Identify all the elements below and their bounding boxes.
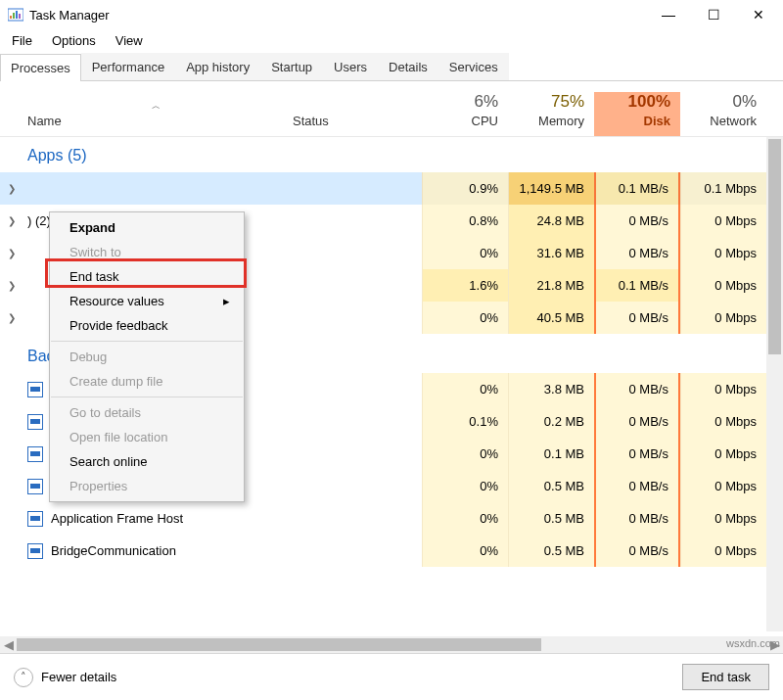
- header-name[interactable]: Name: [27, 114, 285, 136]
- app-icon: [27, 446, 43, 462]
- context-menu-item[interactable]: Expand: [50, 215, 244, 240]
- cell-cpu: 0.9%: [422, 172, 508, 205]
- cell-disk: 0 MB/s: [594, 205, 680, 237]
- header-network[interactable]: 0% Network: [680, 92, 766, 136]
- expand-chevron-icon[interactable]: ❯: [0, 183, 23, 194]
- scrollbar-thumb[interactable]: [768, 139, 781, 354]
- svg-rect-4: [19, 14, 21, 19]
- cell-disk: 0 MB/s: [594, 470, 680, 502]
- cell-disk: 0 MB/s: [594, 302, 680, 334]
- cell-cpu: 0%: [422, 237, 508, 269]
- cell-disk: 0 MB/s: [594, 535, 680, 567]
- context-menu-item: Properties: [50, 474, 244, 498]
- context-menu-separator: [51, 341, 243, 342]
- cell-cpu: 0%: [422, 438, 508, 470]
- cell-network: 0 Mbps: [680, 205, 766, 237]
- context-menu-item: Switch to: [50, 240, 244, 264]
- cell-cpu: 0.8%: [422, 205, 508, 237]
- cell-memory: 40.5 MB: [508, 302, 594, 334]
- expand-chevron-icon[interactable]: ❯: [0, 248, 23, 258]
- tab-users[interactable]: Users: [323, 53, 378, 80]
- cell-cpu: 1.6%: [422, 269, 508, 302]
- cell-disk: 0 MB/s: [594, 373, 680, 405]
- context-menu-item[interactable]: Resource values▸: [50, 289, 244, 313]
- cell-memory: 1,149.5 MB: [508, 172, 594, 205]
- cell-disk: 0 MB/s: [594, 405, 680, 438]
- table-row[interactable]: Application Frame Host0%0.5 MB0 MB/s0 Mb…: [0, 502, 783, 535]
- cell-network: 0.1 Mbps: [680, 172, 766, 205]
- cell-memory: 3.8 MB: [508, 373, 594, 405]
- tab-details[interactable]: Details: [378, 53, 438, 80]
- cell-disk: 0.1 MB/s: [594, 269, 680, 302]
- cell-memory: 0.1 MB: [508, 438, 594, 470]
- tab-app-history[interactable]: App history: [175, 53, 260, 80]
- svg-rect-1: [10, 16, 12, 19]
- tab-processes[interactable]: Processes: [0, 54, 81, 81]
- cell-network: 0 Mbps: [680, 405, 766, 438]
- context-menu-item: Go to details: [50, 400, 244, 425]
- end-task-button[interactable]: End task: [682, 664, 769, 690]
- context-menu-item[interactable]: Search online: [50, 449, 244, 474]
- cell-memory: 0.5 MB: [508, 535, 594, 567]
- app-icon: [27, 414, 43, 430]
- cell-cpu: 0%: [422, 470, 508, 502]
- cell-network: 0 Mbps: [680, 373, 766, 405]
- app-icon: [27, 511, 43, 527]
- app-icon: [27, 479, 43, 494]
- tab-services[interactable]: Services: [438, 53, 509, 80]
- context-menu-item: Debug: [50, 345, 244, 369]
- table-row[interactable]: BridgeCommunication0%0.5 MB0 MB/s0 Mbps: [0, 535, 783, 567]
- cell-memory: 0.2 MB: [508, 405, 594, 438]
- minimize-button[interactable]: —: [646, 0, 691, 29]
- vertical-scrollbar[interactable]: [766, 137, 783, 631]
- header-status[interactable]: Status: [293, 114, 422, 136]
- chevron-up-icon: ˄: [14, 668, 33, 687]
- header-disk[interactable]: 100% Disk: [594, 92, 680, 136]
- tab-startup[interactable]: Startup: [260, 53, 323, 80]
- close-button[interactable]: ✕: [736, 0, 781, 29]
- cell-disk: 0 MB/s: [594, 237, 680, 269]
- column-headers: ︿ Name Status 6% CPU 75% Memory 100% Dis…: [0, 82, 783, 137]
- cell-memory: 0.5 MB: [508, 470, 594, 502]
- cell-memory: 24.8 MB: [508, 205, 594, 237]
- cell-cpu: 0.1%: [422, 405, 508, 438]
- cell-network: 0 Mbps: [680, 438, 766, 470]
- header-cpu[interactable]: 6% CPU: [422, 92, 508, 136]
- expand-chevron-icon[interactable]: ❯: [0, 215, 23, 226]
- menu-view[interactable]: View: [108, 31, 151, 50]
- tab-performance[interactable]: Performance: [81, 53, 175, 80]
- header-memory[interactable]: 75% Memory: [508, 92, 594, 136]
- context-menu-separator: [51, 397, 243, 397]
- context-menu: ExpandSwitch toEnd taskResource values▸P…: [49, 211, 245, 502]
- context-menu-item: Create dump file: [50, 369, 244, 394]
- maximize-button[interactable]: ☐: [691, 0, 736, 29]
- h-scrollbar-thumb[interactable]: [17, 638, 541, 651]
- horizontal-scrollbar[interactable]: ◀ ▶: [0, 636, 783, 653]
- tab-bar: Processes Performance App history Startu…: [0, 53, 783, 81]
- footer-bar: ˄ Fewer details End task: [0, 653, 783, 700]
- menu-options[interactable]: Options: [44, 31, 104, 50]
- cell-memory: 21.8 MB: [508, 269, 594, 302]
- group-apps[interactable]: Apps (5): [0, 137, 783, 172]
- cell-network: 0 Mbps: [680, 237, 766, 269]
- scroll-left-icon[interactable]: ◀: [0, 636, 17, 653]
- expand-chevron-icon[interactable]: ❯: [0, 312, 23, 323]
- app-icon: [27, 543, 43, 559]
- cell-cpu: 0%: [422, 373, 508, 405]
- cell-disk: 0 MB/s: [594, 438, 680, 470]
- window-title: Task Manager: [29, 8, 110, 23]
- table-row[interactable]: ❯0.9%1,149.5 MB0.1 MB/s0.1 Mbps: [0, 172, 783, 205]
- cell-network: 0 Mbps: [680, 502, 766, 535]
- cell-cpu: 0%: [422, 535, 508, 567]
- expand-chevron-icon[interactable]: ❯: [0, 280, 23, 291]
- cell-memory: 0.5 MB: [508, 502, 594, 535]
- title-bar: Task Manager — ☐ ✕: [0, 0, 783, 29]
- cell-disk: 0 MB/s: [594, 502, 680, 535]
- fewer-details-button[interactable]: ˄ Fewer details: [14, 668, 116, 687]
- context-menu-item: Open file location: [50, 425, 244, 449]
- svg-rect-3: [16, 11, 18, 19]
- watermark: wsxdn.com: [726, 637, 780, 649]
- context-menu-item[interactable]: End task: [50, 264, 244, 289]
- menu-file[interactable]: File: [4, 31, 40, 50]
- context-menu-item[interactable]: Provide feedback: [50, 313, 244, 338]
